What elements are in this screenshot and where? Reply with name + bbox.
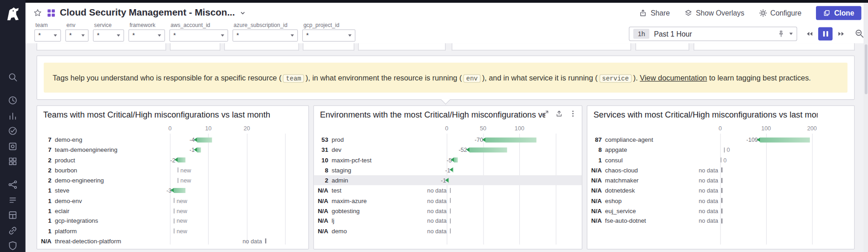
configure-button[interactable]: Configure	[759, 9, 802, 17]
pause-button[interactable]	[818, 27, 833, 40]
toplist-row[interactable]: 53prod-70	[314, 135, 582, 145]
forward-icon[interactable]	[837, 30, 846, 38]
row-name: test	[331, 186, 342, 196]
filter-value-dropdown[interactable]: *	[169, 29, 228, 42]
filter-value-dropdown[interactable]: *	[65, 29, 89, 42]
toplist-row[interactable]: 87compliance-agent-109	[587, 135, 854, 145]
toplist-row[interactable]: 7team-demoengineering-1	[37, 145, 308, 155]
metrics-icon[interactable]	[8, 111, 18, 121]
toplist-row[interactable]: 2demo-engineeringnew	[37, 175, 308, 185]
toplist-row[interactable]: N/Aljno data	[314, 216, 582, 226]
toplist-row[interactable]: 1consul0	[587, 155, 854, 165]
row-name: eshop	[605, 196, 621, 206]
toplist-row[interactable]: 2bourbonnew	[37, 165, 308, 175]
change-bar[interactable]	[469, 147, 507, 152]
toplist-row[interactable]: 8appgate0	[587, 145, 854, 155]
dashboard-body: Tags help you understand who is responsi…	[26, 43, 868, 252]
toplist-row[interactable]: N/Achaos-cloudno data	[587, 165, 854, 175]
filter-value-dropdown[interactable]: *	[34, 29, 61, 42]
kebab-menu-icon[interactable]	[569, 110, 577, 118]
toplist-row[interactable]: 1demo-envnew	[37, 196, 308, 206]
synthetics-icon[interactable]	[8, 225, 18, 236]
favorite-star-icon[interactable]	[33, 8, 42, 17]
toplist-row[interactable]: N/Aeuj_serviceno data	[587, 206, 854, 216]
change-bar[interactable]	[760, 137, 810, 142]
toplist-row[interactable]: N/Atestno data	[314, 186, 582, 196]
toplist-row[interactable]: N/Amatchmakerno data	[587, 175, 854, 185]
change-bar[interactable]	[197, 137, 212, 142]
toplist-chart: 05010053prod-7031dev-5210maxim-pcf-test-…	[314, 123, 582, 247]
app-canvas: Cloud Security Management - Miscon... Sh…	[0, 0, 868, 252]
toplist-row[interactable]: 10maxim-pcf-test-5	[314, 155, 582, 165]
integrations-icon[interactable]	[8, 156, 18, 166]
toplist-row[interactable]: 1eclairnew	[37, 206, 308, 216]
toplist-row[interactable]: 7demo-eng-4	[37, 135, 308, 145]
filter-label: team	[34, 22, 61, 28]
row-name: appgate	[605, 145, 627, 155]
toplist-row[interactable]: 2admin-1	[314, 175, 582, 185]
history-icon[interactable]	[8, 96, 18, 106]
change-bar[interactable]	[452, 168, 453, 173]
toplist-row[interactable]: 1steve-3	[37, 186, 308, 196]
change-bar[interactable]	[485, 137, 537, 142]
share-button[interactable]: Share	[639, 9, 670, 17]
filter-value-dropdown[interactable]: *	[302, 29, 355, 42]
no-data-label: no data	[683, 165, 718, 175]
change-bar[interactable]	[448, 178, 449, 183]
chevron-down-icon[interactable]	[789, 33, 793, 35]
change-bar[interactable]	[178, 157, 185, 162]
expand-icon[interactable]	[542, 110, 549, 118]
toplist-row[interactable]: 1platformnew	[37, 226, 308, 236]
change-bar[interactable]	[174, 188, 185, 193]
rewind-icon[interactable]	[805, 30, 814, 38]
change-label: -1	[162, 145, 195, 155]
datadog-logo[interactable]	[2, 3, 23, 24]
scrollbar-thumb[interactable]	[864, 44, 867, 94]
value-tick	[721, 178, 722, 183]
toplist-row[interactable]: 8staging-1	[314, 165, 582, 175]
pin-icon[interactable]	[777, 30, 785, 38]
toplist-row[interactable]: 2product-2	[37, 155, 308, 165]
value-tick	[721, 188, 722, 193]
toplist-row[interactable]: N/Aeshopno data	[587, 196, 854, 206]
toplist-row[interactable]: N/Afse-auto-dotnetno data	[587, 216, 854, 226]
chevron-down-icon	[221, 34, 224, 37]
decrease-arrow-tip	[194, 137, 197, 142]
sidebar-nav	[0, 0, 26, 252]
toplist-row[interactable]: N/Amaxim-azureno data	[314, 196, 582, 206]
apm-icon[interactable]	[8, 180, 18, 190]
page-title[interactable]: Cloud Security Management - Miscon...	[60, 7, 235, 18]
clone-button[interactable]: Clone	[816, 6, 862, 20]
search-icon[interactable]	[8, 72, 18, 82]
template-variable-team: team*	[34, 22, 61, 41]
security-icon[interactable]	[8, 241, 18, 251]
view-documentation-link[interactable]: View documentation	[640, 74, 707, 82]
filter-value-dropdown[interactable]: *	[232, 29, 298, 42]
toplist-row[interactable]: N/Athreat-detection-platformno data	[37, 236, 308, 246]
watchdog-icon[interactable]	[8, 126, 18, 136]
toplist-row[interactable]: N/Agobtestingno data	[314, 206, 582, 216]
show-overlays-button[interactable]: Show Overlays	[684, 9, 744, 17]
zoom-out-icon[interactable]	[855, 29, 864, 40]
row-name: demo-env	[55, 196, 82, 206]
cutoff-widget	[37, 43, 166, 51]
export-icon[interactable]	[555, 110, 563, 118]
toplist-row[interactable]: 31dev-52	[314, 145, 582, 155]
logs-icon[interactable]	[8, 195, 18, 205]
toplist-row[interactable]: N/Adotnetdeskno data	[587, 186, 854, 196]
filter-value-dropdown[interactable]: *	[128, 29, 165, 42]
filter-value-dropdown[interactable]: *	[93, 29, 124, 42]
value-tick	[174, 219, 175, 224]
row-name: gcp-integrations	[55, 216, 98, 226]
infrastructure-icon[interactable]	[8, 141, 18, 151]
change-bar[interactable]	[197, 147, 200, 152]
dashboards-icon[interactable]	[8, 210, 18, 220]
cutoff-widget	[358, 43, 446, 51]
filter-value: *	[173, 32, 176, 39]
toplist-row[interactable]: N/Ademono data	[314, 226, 582, 236]
tags-note: Tags help you understand who is responsi…	[44, 63, 847, 92]
toplist-row[interactable]: 1gcp-integrationsnew	[37, 216, 308, 226]
time-range-picker[interactable]: 1h Past 1 Hour	[629, 27, 797, 41]
chevron-down-icon[interactable]	[240, 10, 246, 16]
change-bar[interactable]	[454, 157, 458, 162]
